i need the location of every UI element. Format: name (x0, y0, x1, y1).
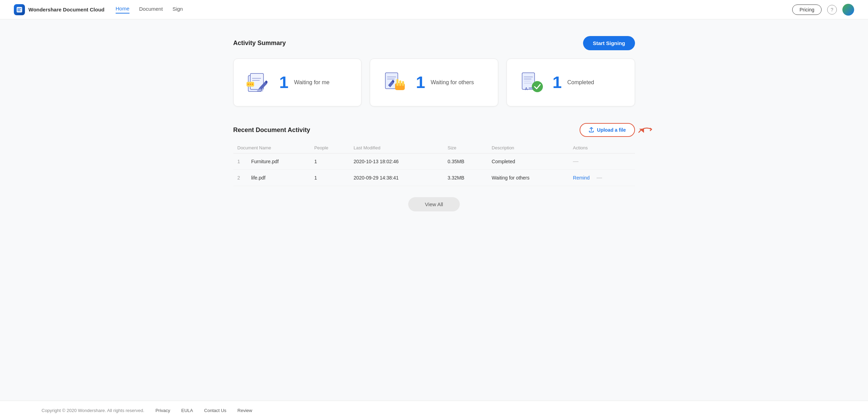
footer-review[interactable]: Review (238, 408, 252, 413)
col-doc-name: Document Name (233, 142, 310, 154)
nav-document[interactable]: Document (139, 6, 163, 13)
row1-size: 0.35MB (444, 154, 487, 170)
avatar[interactable] (842, 4, 854, 16)
completed-card[interactable]: A 1 Completed (507, 59, 635, 106)
footer-eula[interactable]: EULA (181, 408, 193, 413)
col-description: Description (487, 142, 569, 154)
waiting-for-me-count: 1 (279, 74, 289, 91)
svg-point-7 (250, 84, 251, 85)
row2-action-dash: — (597, 175, 602, 181)
row1-num: 1 (233, 154, 247, 170)
nav-home[interactable]: Home (116, 6, 129, 14)
table-row: 2 life.pdf 1 2020-09-29 14:38:41 3.32MB … (233, 170, 635, 186)
activity-summary-title: Activity Summary (233, 40, 286, 47)
pricing-button[interactable]: Pricing (792, 5, 822, 15)
row1-last-modified: 2020-10-13 18:02:46 (349, 154, 443, 170)
table-row: 1 Furniture.pdf 1 2020-10-13 18:02:46 0.… (233, 154, 635, 170)
arrow-indicator (637, 124, 654, 134)
brand: Wondershare Document Cloud (14, 4, 105, 15)
row1-doc-name[interactable]: Furniture.pdf (247, 154, 310, 170)
footer-contact[interactable]: Contact Us (204, 408, 226, 413)
document-table: Document Name People Last Modified Size … (233, 142, 635, 186)
waiting-for-others-label: Waiting for others (431, 79, 474, 86)
upload-icon (589, 127, 594, 133)
brand-logo (14, 4, 25, 15)
svg-text:A: A (525, 87, 528, 91)
row2-size: 3.32MB (444, 170, 487, 186)
completed-count: 1 (553, 74, 562, 91)
row2-last-modified: 2020-09-29 14:38:41 (349, 170, 443, 186)
upload-file-label: Upload a file (597, 127, 626, 133)
svg-rect-16 (402, 81, 404, 86)
completed-icon: A (518, 69, 546, 96)
svg-point-8 (252, 84, 253, 85)
upload-file-button[interactable]: Upload a file (580, 123, 635, 137)
svg-rect-14 (396, 79, 399, 86)
waiting-for-others-icon (381, 69, 409, 96)
row2-actions: Remind — (569, 170, 635, 186)
view-all-button[interactable]: View All (408, 197, 459, 211)
completed-label: Completed (567, 79, 594, 86)
row2-description: Waiting for others (487, 170, 569, 186)
waiting-for-me-icon (245, 69, 272, 96)
nav-sign[interactable]: Sign (172, 6, 183, 13)
row1-description: Completed (487, 154, 569, 170)
waiting-for-me-card[interactable]: 1 Waiting for me (233, 59, 362, 106)
svg-point-22 (532, 81, 543, 92)
waiting-for-me-label: Waiting for me (294, 79, 330, 86)
col-last-modified: Last Modified (349, 142, 443, 154)
row2-num: 2 (233, 170, 247, 186)
svg-point-6 (248, 84, 249, 85)
row1-people: 1 (310, 154, 350, 170)
footer-privacy[interactable]: Privacy (155, 408, 170, 413)
row2-doc-name[interactable]: life.pdf (247, 170, 310, 186)
brand-name: Wondershare Document Cloud (28, 7, 105, 12)
row1-actions: — (569, 154, 635, 170)
row2-people: 1 (310, 170, 350, 186)
start-signing-button[interactable]: Start Signing (583, 36, 635, 50)
col-people: People (310, 142, 350, 154)
col-actions: Actions (569, 142, 635, 154)
row2-remind-action[interactable]: Remind (573, 175, 590, 181)
svg-rect-15 (399, 80, 401, 86)
waiting-for-others-count: 1 (416, 74, 425, 91)
waiting-for-others-card[interactable]: 1 Waiting for others (370, 59, 498, 106)
recent-activity-title: Recent Document Activity (233, 126, 310, 134)
help-icon[interactable]: ? (827, 5, 837, 15)
row1-action-dash: — (573, 158, 579, 164)
footer-copyright: Copyright © 2020 Wondershare. All rights… (42, 408, 144, 413)
col-size: Size (444, 142, 487, 154)
